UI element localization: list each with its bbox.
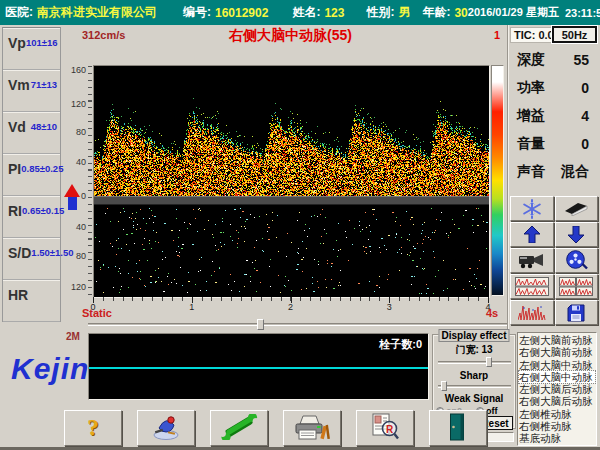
scroll-up-button[interactable] [510,222,554,247]
measurement-sidebar: Vp101±16Vm71±13Vd48±10PI0.85±0.25RI0.65±… [2,27,61,322]
gender-label: 性别: [366,4,394,21]
artery-listbox[interactable]: 左侧大脑前动脉右侧大脑前动脉左侧大脑中动脉右侧大脑中动脉左侧大脑后动脉右侧大脑后… [517,332,597,446]
print-button[interactable] [283,410,341,446]
param-row: 音量0 [509,130,599,158]
gate-slider-track[interactable] [438,361,511,364]
dual-display-button[interactable] [510,274,554,299]
measurement-cell-vd: Vd48±10 [3,112,60,154]
camera-button[interactable] [510,248,554,273]
channel-label: 2M [66,331,80,342]
param-value: 55 [573,52,589,68]
quad-display-button[interactable] [555,274,599,299]
measurement-value: 71±13 [31,79,57,90]
sharp-slider-track[interactable] [438,385,511,388]
spectrum-icon [518,304,546,321]
measurement-value: 48±10 [31,121,57,132]
gate-width-slider[interactable] [438,357,511,367]
sharp-slider[interactable] [438,381,511,391]
hospital-label: 医院: [5,4,33,21]
measurement-cell-vm: Vm71±13 [3,70,60,112]
display-effect-title: Display effect [438,329,509,342]
artery-list-item[interactable]: 左侧大脑后动脉 [519,383,595,395]
embolus-panel: 栓子数:0 [88,333,429,400]
artery-list-item[interactable]: 右侧大脑中动脉 [519,371,595,383]
patient-name-label: 姓名: [292,4,320,21]
y-tick-label: 120 [62,282,86,292]
arrow-down-icon [568,226,584,243]
scrollbar-track[interactable] [88,323,507,326]
camera-icon [518,252,546,269]
artery-list-item[interactable]: 左侧大脑中动脉 [519,359,595,371]
artery-list-item[interactable]: 左侧大脑前动脉 [519,334,595,346]
param-row: 增益4 [509,102,599,130]
y-tick-label: 160 [62,65,86,75]
wedge-icon [563,202,589,216]
patient-info-bar: 医院:南京科进实业有限公司 编号:16012902 姓名:123 性别:男 年龄… [0,0,600,25]
door-icon [449,413,467,444]
spectral-canvas [93,65,490,298]
measurement-value: 0.85±0.25 [21,163,63,174]
hospital-name: 南京科进实业有限公司 [37,4,157,21]
scrollbar-thumb[interactable] [257,319,264,330]
right-button-grid [510,196,598,325]
measurement-cell-hr: HR [3,280,60,322]
sharp-slider-thumb[interactable] [441,381,447,391]
probe-check-button[interactable] [137,410,195,446]
measurement-cell-s-d: S/D1.50±1.50 [3,238,60,280]
x-tick-label: 3 [387,302,392,312]
measurement-value: 0.65±0.15 [22,205,64,216]
artery-list-item[interactable]: 右侧椎动脉 [519,420,595,432]
report-button[interactable]: R [356,410,414,446]
gate-slider-thumb[interactable] [486,357,492,367]
scroll-down-button[interactable] [555,222,599,247]
spectrum-display-button[interactable] [510,300,554,325]
measurement-label: PI [8,161,21,177]
param-row: 功率0 [509,74,599,102]
age-label: 年龄: [422,4,450,21]
param-label: 深度 [517,51,545,69]
param-label: 增益 [517,107,545,125]
report-icon: R [371,413,399,444]
film-reel-icon [565,250,588,271]
artery-list-item[interactable]: 右侧大脑后动脉 [519,395,595,407]
arrow-up-icon [524,226,540,243]
artery-list-item[interactable]: 左侧椎动脉 [519,408,595,420]
gate-width-value: 13 [482,344,493,355]
artery-list-item[interactable]: 基底动脉 [519,432,595,444]
baseline-marker-icon [64,184,81,211]
measurement-label: S/D [8,245,31,261]
setup-button[interactable] [210,410,268,446]
blue-tools-icon [150,413,182,444]
measurement-label: Vp [8,35,26,51]
measurement-label: Vm [8,77,30,93]
patient-name-value: 123 [324,6,344,20]
question-icon: ? [87,415,99,441]
measurement-cell-vp: Vp101±16 [3,28,60,70]
exit-button[interactable] [429,410,487,446]
gender-value: 男 [398,4,410,21]
static-mode-label: Static [82,307,112,319]
gate-width-label: 门宽: [455,344,478,355]
tcd-application-window: 医院:南京科进实业有限公司 编号:16012902 姓名:123 性别:男 年龄… [0,0,600,450]
save-button[interactable] [555,300,599,325]
colorbar-top-label: 1 [489,29,505,41]
probe-button[interactable] [555,196,599,221]
y-axis-ticks [88,66,92,296]
help-button[interactable]: ? [64,410,122,446]
frequency-button[interactable]: 50Hz [552,26,597,43]
freeze-button[interactable] [510,196,554,221]
patient-id-value: 16012902 [215,6,268,20]
measurement-label: RI [8,203,22,219]
param-label: 音量 [517,135,545,153]
y-tick-label: 40 [62,157,86,167]
param-label: 声音 [517,163,545,181]
acquisition-params: 深度55功率0增益4音量0声音混合 [509,46,599,186]
param-value: 混合 [561,163,589,181]
artery-list-item[interactable]: 右侧大脑前动脉 [519,346,595,358]
wrench-icon [220,414,258,443]
cine-loop-button[interactable] [555,248,599,273]
x-tick-label: 2 [288,302,293,312]
intensity-colorbar [491,65,504,296]
y-tick-label: 120 [62,99,86,109]
measurement-label: HR [8,287,28,303]
